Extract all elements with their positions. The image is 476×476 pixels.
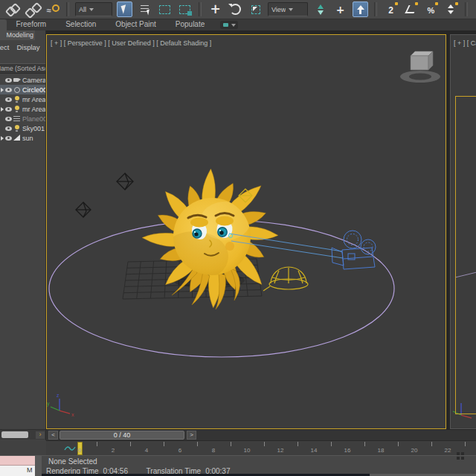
camera-viewport[interactable]: [ + ] [ Camera001 ] xyxy=(450,34,476,429)
previous-frame-button[interactable]: < xyxy=(48,431,58,440)
snaps-toggle-button[interactable] xyxy=(383,1,399,17)
visibility-eye-icon[interactable] xyxy=(5,88,12,92)
use-pivot-point-center-button[interactable] xyxy=(312,1,328,17)
visibility-eye-icon[interactable] xyxy=(5,117,12,121)
world-axis-tripod: x y z xyxy=(47,393,74,417)
selection-lock-icon[interactable] xyxy=(455,451,467,461)
chevron-down-icon xyxy=(289,8,293,11)
scrollbar-right-arrow[interactable]: › xyxy=(36,431,45,439)
viewcube[interactable] xyxy=(400,51,440,83)
menu-display[interactable]: Display xyxy=(16,43,39,51)
column-header-label: Name (Sorted Ascend xyxy=(0,64,46,72)
tab-populate[interactable]: Populate xyxy=(166,19,214,30)
dummy-helper-dark-2[interactable] xyxy=(117,173,133,190)
tab-modeling[interactable]: Modeling xyxy=(0,19,7,30)
toolbar-separator xyxy=(465,2,468,16)
keyboard-override-icon xyxy=(357,5,364,14)
time-slider-handle[interactable]: 0 / 40 xyxy=(60,431,184,440)
expand-icon[interactable] xyxy=(1,107,4,112)
visibility-eye-icon[interactable] xyxy=(5,97,12,102)
angle-snap-toggle-button[interactable] xyxy=(403,1,419,17)
object-name: Circle001 xyxy=(22,86,46,94)
explorer-hscrollbar[interactable]: › xyxy=(0,429,46,440)
frame-tick xyxy=(197,442,198,446)
scale-icon xyxy=(251,5,260,14)
window-crossing-toggle[interactable] xyxy=(177,1,193,17)
viewport-label-menu[interactable]: [ + ] [ Perspective ] [ User Defined ] [… xyxy=(51,39,211,47)
plane-icon xyxy=(13,115,21,122)
viewport-area: [ + ] [ Perspective ] [ User Defined ] [… xyxy=(46,30,476,440)
listener-scrollbar[interactable] xyxy=(35,456,42,476)
time-slider[interactable]: < 0 / 40 > xyxy=(46,429,476,440)
object-name: mr Area O xyxy=(22,106,46,113)
scrollbar-thumb[interactable] xyxy=(1,431,28,438)
explorer-rows: Camera001Circle001mr Area Omr Area OPlan… xyxy=(0,75,46,143)
explorer-column-header[interactable]: Name (Sorted Ascend xyxy=(0,63,46,74)
sun-character[interactable] xyxy=(142,169,278,309)
frame-tick xyxy=(398,442,399,446)
select-and-scale-button[interactable] xyxy=(248,1,263,17)
geometry-icon xyxy=(13,135,21,141)
ribbon-display-toggle[interactable] xyxy=(220,21,238,29)
explorer-panel-tab[interactable]: Modeling xyxy=(0,30,35,40)
light-icon xyxy=(13,125,21,132)
camera-object[interactable] xyxy=(332,231,376,269)
expand-icon[interactable] xyxy=(1,136,4,141)
keyboard-shortcut-override-toggle[interactable] xyxy=(353,1,368,17)
dummy-helper-dark-1[interactable] xyxy=(76,202,91,217)
select-and-move-button[interactable] xyxy=(208,1,223,17)
reference-coordinate-system-dropdown[interactable]: View xyxy=(268,2,308,16)
select-and-manipulate-button[interactable] xyxy=(332,1,348,17)
expand-icon[interactable] xyxy=(1,88,4,92)
rectangular-selection-region-button[interactable] xyxy=(157,1,173,17)
explorer-row-mr-area-o[interactable]: mr Area O xyxy=(0,104,46,114)
selection-filter-dropdown[interactable]: All xyxy=(75,2,112,16)
unlink-selection-button[interactable] xyxy=(25,1,40,17)
select-and-link-button[interactable] xyxy=(4,1,20,17)
viewport-label-menu[interactable]: [ + ] [ Camera001 ] xyxy=(454,39,476,47)
visibility-eye-icon[interactable] xyxy=(5,126,12,131)
frame-label: 12 xyxy=(274,447,286,454)
percent-snap-toggle-button[interactable] xyxy=(423,1,439,17)
circle-icon xyxy=(13,86,21,93)
explorer-row-mr-area-o[interactable]: mr Area O xyxy=(0,94,46,104)
explorer-row-circle001[interactable]: Circle001 xyxy=(0,85,46,94)
spinner-snap-toggle-button[interactable] xyxy=(443,1,459,17)
perspective-viewport[interactable]: [ + ] [ Perspective ] [ User Defined ] [… xyxy=(46,34,446,429)
select-object-button[interactable] xyxy=(117,1,132,17)
select-by-name-button[interactable] xyxy=(137,1,152,17)
svg-text:z: z xyxy=(57,393,60,398)
main-toolbar: All View Create Selection Se xyxy=(0,0,476,19)
tab-freeform[interactable]: Freeform xyxy=(7,19,57,30)
next-frame-button[interactable]: > xyxy=(187,431,196,440)
manipulate-icon xyxy=(336,3,345,16)
visibility-eye-icon[interactable] xyxy=(5,78,12,83)
frame-tick xyxy=(164,442,164,446)
status-bar: M None Selected Rendering Time0:04:56 Tr… xyxy=(0,455,476,476)
scene-explorer-panel: Modeling SelectDisplay Name (Sorted Asce… xyxy=(0,30,46,455)
cursor-icon xyxy=(120,4,128,14)
selection-filter-value: All xyxy=(79,6,86,13)
scene-canvas[interactable]: x y z xyxy=(47,35,446,428)
up-down-arrows-icon xyxy=(316,4,325,15)
visibility-eye-icon[interactable] xyxy=(5,136,12,141)
frame-tick xyxy=(465,442,466,446)
track-bar[interactable]: 0246810121416182022 xyxy=(46,440,476,455)
visibility-eye-icon[interactable] xyxy=(5,107,12,112)
maxscript-mini-listener-macro[interactable] xyxy=(0,456,35,466)
menu-select[interactable]: Select xyxy=(0,43,9,51)
frame-tick xyxy=(364,442,365,446)
spinner-arrows-icon xyxy=(448,4,454,14)
snap-flag-icon xyxy=(455,2,458,5)
tab-selection[interactable]: Selection xyxy=(56,19,106,30)
object-name: Plane001 xyxy=(22,115,46,123)
sky-dome-helper[interactable] xyxy=(263,267,308,291)
explorer-row-camera001[interactable]: Camera001 xyxy=(0,75,46,85)
tab-object-paint[interactable]: Object Paint xyxy=(106,19,165,30)
select-and-rotate-button[interactable] xyxy=(228,1,243,17)
explorer-row-plane001[interactable]: Plane001 xyxy=(0,114,46,123)
explorer-row-sun[interactable]: sun xyxy=(0,133,46,143)
frame-label: 4 xyxy=(141,447,152,454)
bind-to-space-warp-button[interactable] xyxy=(45,1,60,17)
explorer-row-sky001[interactable]: Sky001 xyxy=(0,123,46,133)
